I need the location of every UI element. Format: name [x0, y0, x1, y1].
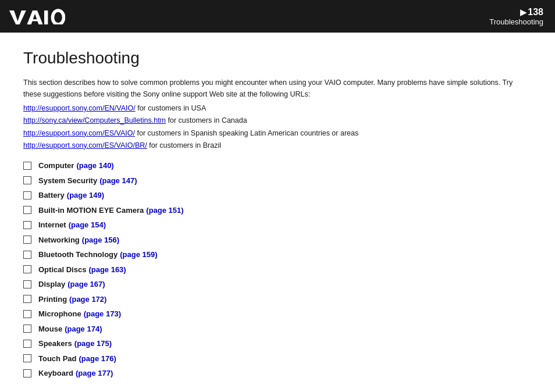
url-list: http://esupport.sony.com/EN/VAIO/ for cu… — [23, 102, 532, 152]
toc-list-item: Networking (page 156) — [23, 234, 532, 246]
toc-item-page[interactable]: (page 163) — [88, 264, 126, 276]
toc-item-page[interactable]: (page 151) — [146, 205, 183, 216]
toc-item-page[interactable]: (page 177) — [76, 368, 113, 379]
toc-list-item: Battery (page 149) — [23, 190, 532, 201]
checkbox-icon — [23, 295, 31, 303]
toc-item-label[interactable]: Touch Pad — [38, 353, 76, 365]
toc-list-item: Keyboard (page 177) — [23, 368, 532, 379]
checkbox-icon — [23, 176, 31, 184]
header: ▶138 Troubleshooting — [0, 0, 555, 33]
header-section-title: Troubleshooting — [489, 17, 543, 26]
toc-item-label[interactable]: Networking — [38, 234, 80, 246]
checkbox-icon — [23, 221, 31, 229]
page-title: Troubleshooting — [23, 49, 532, 67]
toc-item-label[interactable]: Display — [38, 279, 65, 290]
toc-item-page[interactable]: (page 159) — [120, 249, 157, 261]
toc-list-item: System Security (page 147) — [23, 175, 532, 187]
url-2[interactable]: http://sony.ca/view/Computers_Bulletins.… — [23, 116, 166, 124]
checkbox-icon — [23, 191, 31, 199]
toc-item-label[interactable]: Keyboard — [38, 368, 73, 379]
checkbox-icon — [23, 354, 31, 362]
url-line-4: http://esupport.sony.com/ES/VAIO/BR/ for… — [23, 140, 532, 152]
toc-item-page[interactable]: (page 173) — [84, 308, 121, 320]
toc-item-page[interactable]: (page 149) — [67, 190, 104, 201]
toc-list-item: Internet (page 154) — [23, 219, 532, 231]
toc-item-page[interactable]: (page 140) — [76, 160, 113, 172]
toc-list-item: Touch Pad (page 176) — [23, 353, 532, 365]
toc-item-page[interactable]: (page 175) — [74, 338, 112, 350]
toc-item-label[interactable]: Built-in MOTION EYE Camera — [38, 205, 144, 216]
url-line-2: http://sony.ca/view/Computers_Bulletins.… — [23, 115, 532, 127]
url-1[interactable]: http://esupport.sony.com/EN/VAIO/ — [23, 104, 136, 112]
toc-list-item: Mouse (page 174) — [23, 323, 532, 335]
toc-item-label[interactable]: Internet — [38, 219, 66, 231]
toc-list-item: Microphone (page 173) — [23, 308, 532, 320]
toc-list-item: Display (page 167) — [23, 279, 532, 290]
toc-list-item: Bluetooth Technology (page 159) — [23, 249, 532, 261]
url-3[interactable]: http://esupport.sony.com/ES/VAIO/ — [23, 129, 135, 137]
toc-item-page[interactable]: (page 174) — [65, 323, 102, 335]
checkbox-icon — [23, 369, 31, 377]
url-4[interactable]: http://esupport.sony.com/ES/VAIO/BR/ — [23, 141, 147, 149]
checkbox-icon — [23, 206, 31, 214]
checkbox-icon — [23, 325, 31, 333]
toc-item-label[interactable]: Speakers — [38, 338, 72, 350]
url-line-1: http://esupport.sony.com/EN/VAIO/ for cu… — [23, 102, 532, 115]
url-line-3: http://esupport.sony.com/ES/VAIO/ for cu… — [23, 127, 532, 140]
toc-list-item: Speakers (page 175) — [23, 338, 532, 350]
checkbox-icon — [23, 265, 31, 273]
toc-item-label[interactable]: Battery — [38, 190, 65, 201]
toc-item-label[interactable]: Mouse — [38, 323, 62, 335]
header-page-number: ▶138 — [520, 7, 543, 17]
checkbox-icon — [23, 251, 31, 259]
main-content: Troubleshooting This section describes h… — [0, 33, 555, 392]
toc-item-label[interactable]: Optical Discs — [38, 264, 86, 276]
toc-item-page[interactable]: (page 167) — [67, 279, 105, 290]
toc-item-label[interactable]: Bluetooth Technology — [38, 249, 118, 261]
intro-paragraph: This section describes how to solve comm… — [23, 77, 532, 100]
toc-item-label[interactable]: Computer — [38, 160, 74, 172]
toc-list-item: Built-in MOTION EYE Camera (page 151) — [23, 205, 532, 216]
svg-rect-3 — [31, 19, 39, 21]
toc-item-page[interactable]: (page 156) — [82, 234, 119, 246]
toc-list-item: Optical Discs (page 163) — [23, 264, 532, 276]
toc-item-page[interactable]: (page 147) — [99, 175, 137, 187]
checkbox-icon — [23, 310, 31, 318]
checkbox-icon — [23, 280, 31, 288]
header-page-block: ▶138 Troubleshooting — [489, 7, 543, 26]
toc-item-page[interactable]: (page 172) — [69, 294, 106, 305]
checkbox-icon — [23, 236, 31, 244]
svg-rect-4 — [44, 10, 48, 24]
checkbox-icon — [23, 340, 31, 348]
toc-item-label[interactable]: Microphone — [38, 308, 81, 320]
toc-item-label[interactable]: Printing — [38, 294, 67, 305]
toc-list-item: Computer (page 140) — [23, 160, 532, 172]
toc-item-page[interactable]: (page 176) — [79, 353, 116, 365]
toc-item-label[interactable]: System Security — [38, 175, 97, 187]
toc-item-page[interactable]: (page 154) — [69, 219, 106, 231]
toc-list: Computer (page 140)System Security (page… — [23, 160, 532, 379]
checkbox-icon — [23, 162, 31, 170]
vaio-logo — [9, 8, 65, 24]
toc-list-item: Printing (page 172) — [23, 294, 532, 305]
